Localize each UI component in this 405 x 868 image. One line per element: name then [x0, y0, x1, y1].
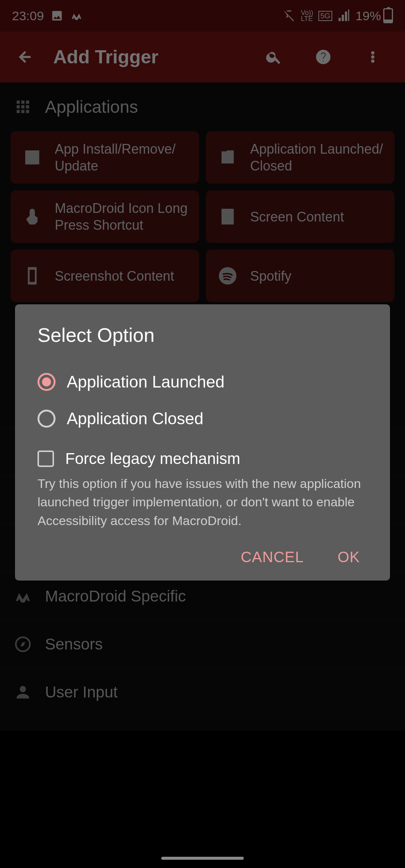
- gesture-nav-bar: [0, 849, 405, 868]
- dialog-title: Select Option: [38, 324, 368, 346]
- checkbox-force-legacy[interactable]: Force legacy mechanism: [38, 437, 368, 471]
- radio-icon-selected: [38, 373, 56, 391]
- helper-text: Try this option if you have issues with …: [38, 471, 368, 537]
- select-option-dialog: Select Option Application Launched Appli…: [15, 304, 390, 581]
- nav-pill[interactable]: [161, 857, 244, 860]
- radio-icon-unselected: [38, 410, 56, 428]
- radio-application-launched[interactable]: Application Launched: [38, 364, 368, 400]
- checkbox-label: Force legacy mechanism: [65, 450, 240, 468]
- checkbox-icon: [38, 450, 54, 467]
- radio-application-closed[interactable]: Application Closed: [38, 400, 368, 437]
- ok-button[interactable]: OK: [338, 549, 360, 566]
- radio-label: Application Closed: [67, 409, 203, 428]
- radio-label: Application Launched: [67, 373, 225, 391]
- dialog-scrim[interactable]: Select Option Application Launched Appli…: [0, 0, 405, 868]
- cancel-button[interactable]: CANCEL: [241, 549, 304, 566]
